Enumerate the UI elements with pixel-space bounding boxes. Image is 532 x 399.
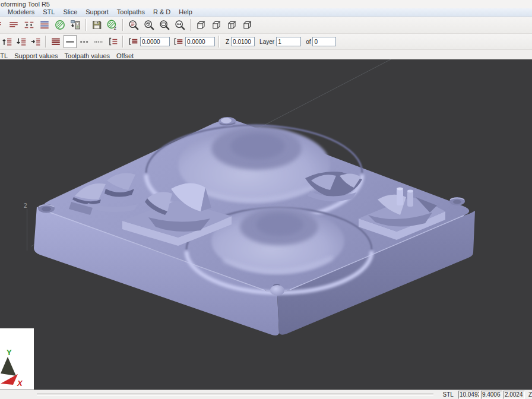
menu-bar: ModelersSTLSliceSupportToolpathsR & DHel… xyxy=(0,8,532,17)
all-layers-icon xyxy=(50,36,61,47)
range-upper-button[interactable] xyxy=(172,35,185,48)
merge-slices-button[interactable] xyxy=(22,18,36,32)
toolbar-separator xyxy=(45,36,46,48)
menu-item-r-d[interactable]: R & D xyxy=(149,8,175,16)
tab-stl[interactable]: STL xyxy=(0,52,8,59)
send-to-machine-icon xyxy=(70,20,81,30)
dashed-layer-icon xyxy=(79,36,90,47)
zoom-window-button[interactable] xyxy=(157,18,172,32)
toolbar-separator xyxy=(218,36,220,48)
clipped-icon xyxy=(0,20,2,30)
range-lower-input[interactable] xyxy=(140,37,170,46)
status-mode-label: STL xyxy=(443,391,454,398)
toolbar-separator xyxy=(190,19,191,31)
menu-item-modelers[interactable]: Modelers xyxy=(4,8,39,16)
tab-support-values[interactable]: Support values xyxy=(14,52,58,59)
menu-item-toolpaths[interactable]: Toolpaths xyxy=(113,8,149,16)
menu-item-support[interactable]: Support xyxy=(81,8,113,16)
y-axis-label: Y xyxy=(7,348,12,357)
menu-item-stl[interactable]: STL xyxy=(39,8,59,16)
slice-stack-icon xyxy=(39,20,50,30)
z-input[interactable] xyxy=(231,37,255,46)
layer-goto-icon xyxy=(30,36,41,47)
zoom-extents-icon xyxy=(175,20,185,30)
z-axis-tick-label: 2 xyxy=(24,202,27,209)
hatch-circle-icon xyxy=(55,20,65,30)
status-coord-z: 2.0024 xyxy=(504,391,525,399)
view-open-box-icon xyxy=(196,20,207,30)
svg-text:z: z xyxy=(114,25,116,30)
save-button[interactable] xyxy=(90,18,104,32)
x-axis-arrow xyxy=(1,374,18,385)
save-icon xyxy=(91,20,102,30)
range-upper-input[interactable] xyxy=(185,37,215,46)
range-upper-icon xyxy=(173,36,183,47)
view-left-box-icon xyxy=(227,20,238,30)
view-corner-box-button[interactable] xyxy=(210,18,224,32)
tab-offset[interactable]: Offset xyxy=(116,52,134,59)
status-coord-y: 9.4006 xyxy=(481,391,502,399)
merge-slices-icon xyxy=(24,20,34,30)
hatch-circle-z-button[interactable]: z xyxy=(105,18,119,32)
status-coord-x: 10.0493 xyxy=(458,391,480,399)
dashed-layer-button[interactable] xyxy=(78,35,91,48)
slices-button[interactable] xyxy=(7,18,21,32)
zoom-slices-icon xyxy=(128,20,139,30)
view-cube-icon xyxy=(242,20,253,30)
send-to-machine-button[interactable] xyxy=(68,18,83,32)
range-lower-icon xyxy=(128,36,138,47)
bracket-layers-icon xyxy=(107,36,118,47)
fine-dashed-layer-button[interactable] xyxy=(92,35,105,48)
axis-triad: Y X xyxy=(0,328,34,390)
bracket-layers-button[interactable] xyxy=(106,35,119,48)
of-label: of xyxy=(306,39,311,45)
main-toolbar: z xyxy=(0,17,532,34)
scene-3d[interactable]: 2 xyxy=(0,59,532,390)
fine-dashed-layer-icon xyxy=(93,36,104,47)
layer-up-button[interactable] xyxy=(1,35,14,48)
single-layer-icon xyxy=(65,36,75,47)
zoom-slices-button[interactable] xyxy=(126,18,141,32)
clipped-toolbar-button[interactable] xyxy=(0,18,3,32)
title-bar[interactable]: oforming Tool R5 xyxy=(0,0,532,8)
view-corner-box-icon xyxy=(211,20,222,30)
tab-toolpath-values[interactable]: Toolpath values xyxy=(65,52,110,59)
of-input[interactable] xyxy=(312,37,336,46)
zoom-extents-button[interactable] xyxy=(173,18,187,32)
layer-input[interactable] xyxy=(276,37,301,46)
slices-icon xyxy=(8,20,19,30)
zoom-cube-icon xyxy=(144,20,154,30)
toolbar-separator xyxy=(122,36,124,48)
range-lower-button[interactable] xyxy=(126,35,140,48)
view-left-box-button[interactable] xyxy=(225,18,239,32)
application-window: oforming Tool R5 ModelersSTLSliceSupport… xyxy=(0,0,532,399)
y-axis-arrow xyxy=(1,357,16,376)
toolbar-separator xyxy=(86,19,87,31)
axis-indicator-box: Y X xyxy=(0,328,34,390)
zoom-cube-button[interactable] xyxy=(142,18,156,32)
view-cube-button[interactable] xyxy=(240,18,255,32)
status-bar: STL 10.0493 9.4006 2.0024 Z xyxy=(0,390,532,399)
hatch-circle-z-icon: z xyxy=(107,20,118,30)
layer-down-button[interactable] xyxy=(15,35,28,48)
z-label: Z xyxy=(226,39,229,45)
hatch-circle-button[interactable] xyxy=(53,18,67,32)
status-z-label: Z xyxy=(528,391,532,398)
all-layers-button[interactable] xyxy=(49,35,62,48)
layers-toolbar: ZLayerof xyxy=(0,34,532,50)
single-layer-button[interactable] xyxy=(64,35,77,48)
mold-plate xyxy=(34,117,475,335)
status-message-area xyxy=(37,394,433,396)
layer-goto-button[interactable] xyxy=(29,35,42,48)
zoom-window-icon xyxy=(159,20,170,30)
x-axis-label: X xyxy=(17,379,23,388)
view-open-box-button[interactable] xyxy=(194,18,208,32)
window-title: oforming Tool R5 xyxy=(1,1,50,8)
menu-item-help[interactable]: Help xyxy=(175,8,197,16)
toolbar-separator xyxy=(122,19,124,31)
layer-label: Layer xyxy=(259,39,274,45)
menu-item-slice[interactable]: Slice xyxy=(59,8,81,16)
viewport-3d[interactable]: 2 xyxy=(0,59,532,390)
layer-up-icon xyxy=(2,36,12,47)
slice-stack-button[interactable] xyxy=(37,18,52,32)
